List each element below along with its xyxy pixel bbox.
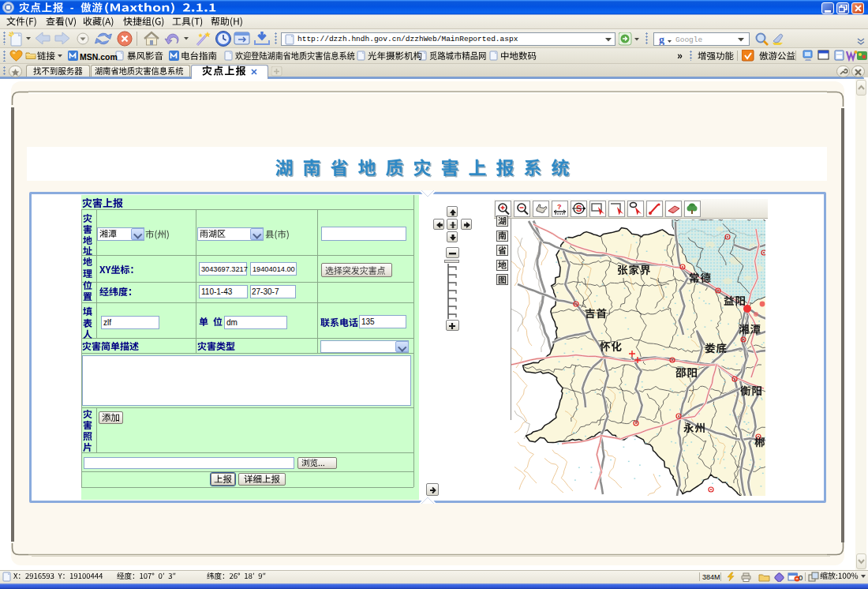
svg-text:g: g: [659, 34, 664, 45]
